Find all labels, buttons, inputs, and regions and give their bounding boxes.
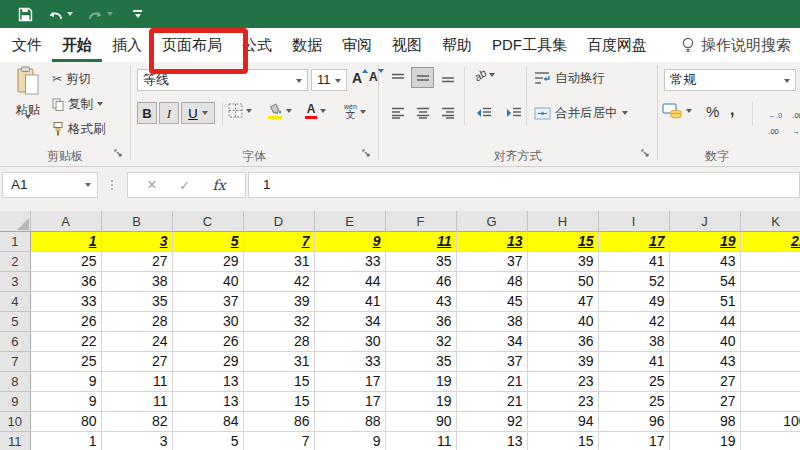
cell-B5[interactable]: 28	[101, 312, 172, 332]
font-size-combobox[interactable]: 11	[311, 69, 347, 91]
cancel-icon[interactable]: ×	[147, 177, 156, 193]
cell-F6[interactable]: 32	[385, 332, 456, 352]
cell-I8[interactable]: 25	[598, 372, 669, 392]
phonetic-dropdown-icon[interactable]	[360, 110, 366, 114]
cell-D9[interactable]: 15	[243, 392, 314, 412]
cell-H9[interactable]: 23	[527, 392, 598, 412]
cell-K7[interactable]	[740, 352, 800, 372]
cell-B1[interactable]: 3	[101, 232, 172, 252]
cell-D4[interactable]: 39	[243, 292, 314, 312]
cell-H11[interactable]: 15	[527, 432, 598, 450]
cell-F10[interactable]: 90	[385, 412, 456, 432]
cell-J2[interactable]: 43	[669, 252, 740, 272]
cell-G3[interactable]: 48	[456, 272, 527, 292]
cell-D1[interactable]: 7	[243, 232, 314, 252]
decrease-decimal-button[interactable]: .00 →.0	[784, 104, 800, 144]
cell-K5[interactable]	[740, 312, 800, 332]
cell-I3[interactable]: 52	[598, 272, 669, 292]
cell-C7[interactable]: 29	[172, 352, 243, 372]
cell-I11[interactable]: 17	[598, 432, 669, 450]
cell-H7[interactable]: 39	[527, 352, 598, 372]
row-header-8[interactable]: 8	[0, 372, 30, 392]
cell-A5[interactable]: 26	[30, 312, 101, 332]
cell-C8[interactable]: 13	[172, 372, 243, 392]
row-header-6[interactable]: 6	[0, 332, 30, 352]
enter-check-icon[interactable]: ✓	[179, 178, 190, 193]
tab-help[interactable]: 帮助	[432, 28, 482, 62]
redo-dropdown-icon[interactable]	[107, 12, 113, 16]
align-center-button[interactable]	[411, 102, 434, 123]
cell-H6[interactable]: 36	[527, 332, 598, 352]
cell-C10[interactable]: 84	[172, 412, 243, 432]
cell-J5[interactable]: 44	[669, 312, 740, 332]
tab-insert[interactable]: 插入	[102, 28, 152, 62]
cell-E1[interactable]: 9	[314, 232, 385, 252]
clipboard-dialog-launcher-icon[interactable]	[114, 149, 124, 159]
cell-A10[interactable]: 80	[30, 412, 101, 432]
cell-A11[interactable]: 1	[30, 432, 101, 450]
cell-E2[interactable]: 33	[314, 252, 385, 272]
number-format-combobox[interactable]: 常规	[664, 69, 796, 91]
copy-dropdown-icon[interactable]	[97, 102, 103, 106]
cell-K6[interactable]	[740, 332, 800, 352]
comma-style-button[interactable]: ,	[730, 101, 734, 119]
cell-A1[interactable]: 1	[30, 232, 101, 252]
cell-J7[interactable]: 43	[669, 352, 740, 372]
cell-G1[interactable]: 13	[456, 232, 527, 252]
cell-J10[interactable]: 98	[669, 412, 740, 432]
cell-A4[interactable]: 33	[30, 292, 101, 312]
cell-D8[interactable]: 15	[243, 372, 314, 392]
merge-center-button[interactable]: 合并后居中	[534, 103, 628, 123]
cell-A6[interactable]: 22	[30, 332, 101, 352]
cell-I7[interactable]: 41	[598, 352, 669, 372]
cell-C4[interactable]: 37	[172, 292, 243, 312]
cell-K3[interactable]	[740, 272, 800, 292]
cell-D6[interactable]: 28	[243, 332, 314, 352]
row-header-10[interactable]: 10	[0, 412, 30, 432]
tell-me-search[interactable]: 操作说明搜索	[681, 28, 791, 62]
cell-I1[interactable]: 17	[598, 232, 669, 252]
increase-font-size-button[interactable]: A	[352, 70, 362, 86]
cell-D5[interactable]: 32	[243, 312, 314, 332]
fill-color-button[interactable]	[267, 103, 292, 119]
cell-J11[interactable]: 19	[669, 432, 740, 450]
cell-C1[interactable]: 5	[172, 232, 243, 252]
tab-baidu-netdisk[interactable]: 百度网盘	[577, 28, 657, 62]
cell-K2[interactable]	[740, 252, 800, 272]
cell-G5[interactable]: 38	[456, 312, 527, 332]
align-middle-button[interactable]	[411, 67, 434, 88]
tab-review[interactable]: 审阅	[332, 28, 382, 62]
number-format-dropdown-icon[interactable]	[784, 79, 790, 83]
cell-E5[interactable]: 34	[314, 312, 385, 332]
increase-indent-button[interactable]	[502, 102, 525, 123]
cell-F9[interactable]: 19	[385, 392, 456, 412]
insert-function-fx-icon[interactable]: fx	[213, 177, 226, 193]
tab-home[interactable]: 开始	[52, 28, 102, 62]
undo-button[interactable]	[47, 8, 73, 21]
undo-dropdown-icon[interactable]	[67, 12, 73, 16]
cell-F3[interactable]: 46	[385, 272, 456, 292]
redo-button[interactable]	[87, 8, 113, 21]
cell-H3[interactable]: 50	[527, 272, 598, 292]
cell-G8[interactable]: 21	[456, 372, 527, 392]
column-header-A[interactable]: A	[30, 211, 101, 232]
merge-center-dropdown-icon[interactable]	[622, 111, 628, 115]
fill-color-dropdown-icon[interactable]	[286, 109, 292, 113]
cell-G4[interactable]: 45	[456, 292, 527, 312]
cell-D7[interactable]: 31	[243, 352, 314, 372]
cell-F2[interactable]: 35	[385, 252, 456, 272]
cell-D3[interactable]: 42	[243, 272, 314, 292]
cell-B8[interactable]: 11	[101, 372, 172, 392]
cell-G9[interactable]: 21	[456, 392, 527, 412]
orientation-button[interactable]: ab	[474, 69, 495, 81]
accounting-dropdown-icon[interactable]	[686, 109, 692, 113]
borders-dropdown-icon[interactable]	[246, 109, 252, 113]
column-header-G[interactable]: G	[456, 211, 527, 232]
cell-F11[interactable]: 11	[385, 432, 456, 450]
cell-K8[interactable]	[740, 372, 800, 392]
cell-J3[interactable]: 54	[669, 272, 740, 292]
row-header-9[interactable]: 9	[0, 392, 30, 412]
row-header-1[interactable]: 1	[0, 232, 30, 252]
cell-K4[interactable]	[740, 292, 800, 312]
cell-H5[interactable]: 40	[527, 312, 598, 332]
